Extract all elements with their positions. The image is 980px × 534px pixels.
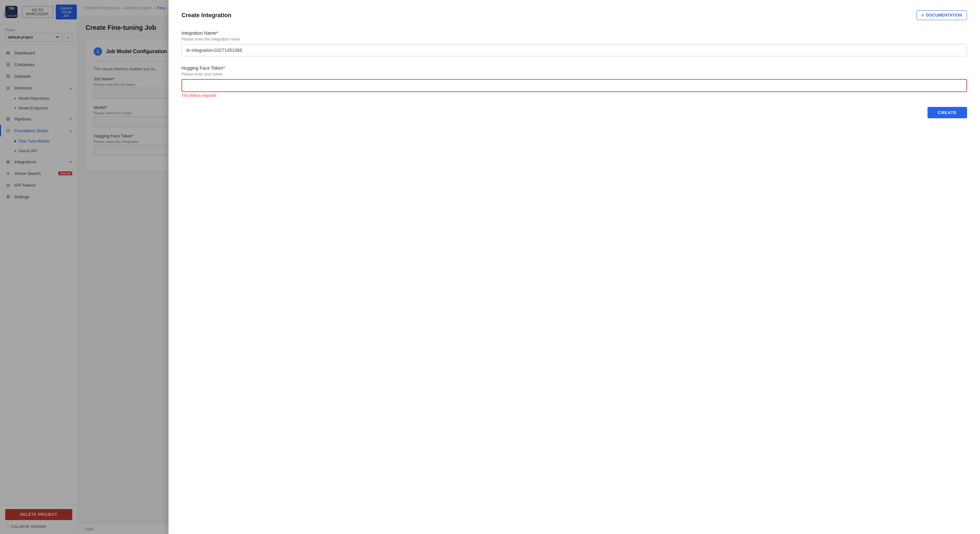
modal-overlay: Create Integration ≡ DOCUMENTATION Integ… (0, 0, 980, 534)
hf-token-modal-label: Hugging Face Token* (181, 65, 967, 71)
modal-header: Create Integration ≡ DOCUMENTATION (181, 10, 967, 20)
modal-title: Create Integration (181, 12, 231, 19)
documentation-button[interactable]: ≡ DOCUMENTATION (916, 10, 967, 20)
hf-token-modal-sublabel: Please enter your token (181, 72, 967, 76)
hf-token-error-text: This field is required (181, 93, 967, 98)
create-button[interactable]: CREATE (928, 107, 967, 118)
hf-token-modal-group: Hugging Face Token* Please enter your to… (181, 65, 967, 98)
integration-name-label: Integration Name* (181, 30, 967, 36)
hf-token-modal-input[interactable] (181, 79, 967, 92)
integration-name-group: Integration Name* Please enter the Integ… (181, 30, 967, 56)
create-integration-modal: Create Integration ≡ DOCUMENTATION Integ… (169, 0, 980, 534)
documentation-icon: ≡ (921, 13, 924, 18)
integration-name-input[interactable] (181, 44, 967, 56)
documentation-label: DOCUMENTATION (926, 13, 962, 17)
integration-name-sublabel: Please enter the Integration name (181, 37, 967, 41)
modal-footer: CREATE (181, 107, 967, 118)
